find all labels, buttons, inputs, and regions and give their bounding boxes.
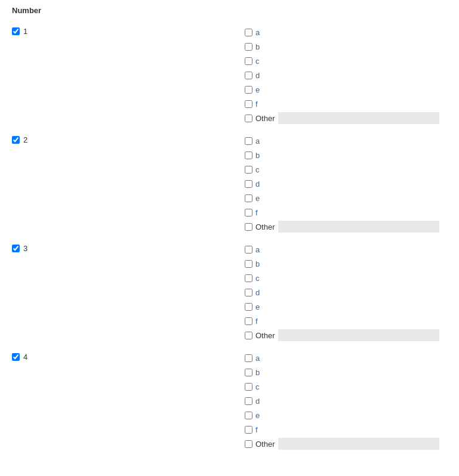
option-row-e-2: e — [245, 191, 439, 205]
option-other-input-1[interactable] — [278, 112, 439, 124]
option-label-d-2: d — [255, 180, 260, 188]
option-checkbox-other-1[interactable] — [245, 115, 252, 122]
left-col-row-2: 2 — [12, 134, 245, 233]
option-checkbox-d-4[interactable] — [245, 397, 252, 405]
left-col-row-4: 4 — [12, 351, 245, 450]
option-row-b-1: b — [245, 40, 439, 53]
option-label-d-3: d — [255, 288, 260, 297]
option-label-e-3: e — [255, 302, 260, 311]
option-checkbox-f-4[interactable] — [245, 426, 252, 434]
option-checkbox-d-2[interactable] — [245, 180, 252, 188]
option-label-a-4: a — [255, 354, 260, 363]
option-checkbox-e-3[interactable] — [245, 303, 252, 311]
option-checkbox-e-2[interactable] — [245, 194, 252, 202]
option-checkbox-e-1[interactable] — [245, 86, 252, 94]
table-row: 1abcdefOther — [12, 21, 447, 129]
option-row-e-4: e — [245, 409, 439, 422]
option-checkbox-f-3[interactable] — [245, 317, 252, 325]
option-checkbox-c-1[interactable] — [245, 57, 252, 65]
option-checkbox-a-3[interactable] — [245, 246, 252, 254]
option-row-f-2: f — [245, 206, 439, 219]
option-row-other-2: Other — [245, 220, 439, 233]
option-label-c-2: c — [255, 165, 260, 174]
option-label-e-2: e — [255, 194, 260, 203]
right-col-row-3: abcdefOther — [245, 243, 439, 342]
option-label-b-1: b — [255, 42, 260, 51]
option-row-other-1: Other — [245, 112, 439, 125]
option-checkbox-other-4[interactable] — [245, 440, 252, 448]
table-row: 3abcdefOther — [12, 238, 447, 347]
option-label-a-2: a — [255, 137, 260, 146]
option-row-c-1: c — [245, 54, 439, 67]
option-row-a-4: a — [245, 351, 439, 364]
right-col-row-1: abcdefOther — [245, 26, 439, 125]
option-checkbox-other-3[interactable] — [245, 332, 252, 339]
option-checkbox-c-2[interactable] — [245, 166, 252, 174]
option-checkbox-b-2[interactable] — [245, 152, 252, 159]
option-row-f-3: f — [245, 314, 439, 327]
option-checkbox-a-4[interactable] — [245, 354, 252, 362]
option-row-c-3: c — [245, 271, 439, 285]
option-label-b-4: b — [255, 368, 260, 377]
row-checkbox-3[interactable] — [12, 245, 20, 252]
right-col-row-2: abcdefOther — [245, 134, 439, 233]
option-row-f-1: f — [245, 97, 439, 110]
header: Number — [12, 6, 447, 15]
option-label-b-2: b — [255, 151, 260, 160]
option-other-input-4[interactable] — [278, 438, 439, 450]
option-row-other-4: Other — [245, 437, 439, 450]
option-checkbox-e-4[interactable] — [245, 412, 252, 419]
option-checkbox-f-2[interactable] — [245, 209, 252, 217]
option-label-a-3: a — [255, 245, 260, 254]
option-other-input-3[interactable] — [278, 329, 439, 341]
option-checkbox-c-3[interactable] — [245, 274, 252, 282]
option-row-a-1: a — [245, 26, 439, 39]
row-label-4[interactable]: 4 — [12, 353, 27, 361]
option-row-d-4: d — [245, 394, 439, 407]
option-label-f-3: f — [255, 317, 258, 326]
option-checkbox-a-2[interactable] — [245, 137, 252, 145]
row-checkbox-1[interactable] — [12, 27, 20, 35]
option-row-a-2: a — [245, 134, 439, 147]
option-checkbox-d-1[interactable] — [245, 72, 252, 79]
option-label-d-1: d — [255, 71, 260, 80]
option-row-e-3: e — [245, 300, 439, 313]
row-checkbox-2[interactable] — [12, 136, 20, 144]
option-checkbox-b-4[interactable] — [245, 369, 252, 376]
option-row-e-1: e — [245, 83, 439, 96]
option-checkbox-c-4[interactable] — [245, 383, 252, 391]
row-number-4: 4 — [23, 353, 27, 361]
option-label-other-2: Other — [255, 222, 275, 231]
option-row-other-3: Other — [245, 329, 439, 342]
option-checkbox-a-1[interactable] — [245, 29, 252, 36]
option-row-d-3: d — [245, 286, 439, 299]
option-label-c-4: c — [255, 382, 260, 391]
option-row-b-2: b — [245, 149, 439, 162]
left-col-row-1: 1 — [12, 26, 245, 125]
option-checkbox-b-3[interactable] — [245, 260, 252, 268]
row-number-3: 3 — [23, 244, 27, 253]
option-label-a-1: a — [255, 28, 260, 37]
option-label-b-3: b — [255, 259, 260, 268]
row-number-1: 1 — [23, 27, 27, 36]
option-other-input-2[interactable] — [278, 221, 439, 233]
option-label-f-1: f — [255, 100, 258, 109]
option-checkbox-b-1[interactable] — [245, 43, 252, 51]
option-label-other-4: Other — [255, 440, 275, 449]
option-label-f-2: f — [255, 208, 258, 217]
row-checkbox-4[interactable] — [12, 353, 20, 361]
row-label-2[interactable]: 2 — [12, 135, 27, 144]
column-header-label: Number — [12, 6, 41, 15]
option-label-f-4: f — [255, 425, 258, 434]
row-label-1[interactable]: 1 — [12, 27, 27, 36]
option-checkbox-d-3[interactable] — [245, 289, 252, 296]
option-label-e-1: e — [255, 85, 260, 94]
option-checkbox-f-1[interactable] — [245, 100, 252, 108]
option-row-d-1: d — [245, 69, 439, 82]
option-row-c-4: c — [245, 380, 439, 393]
option-label-e-4: e — [255, 411, 260, 420]
option-checkbox-other-2[interactable] — [245, 223, 252, 231]
row-label-3[interactable]: 3 — [12, 244, 27, 253]
option-row-c-2: c — [245, 163, 439, 176]
option-row-f-4: f — [245, 423, 439, 436]
